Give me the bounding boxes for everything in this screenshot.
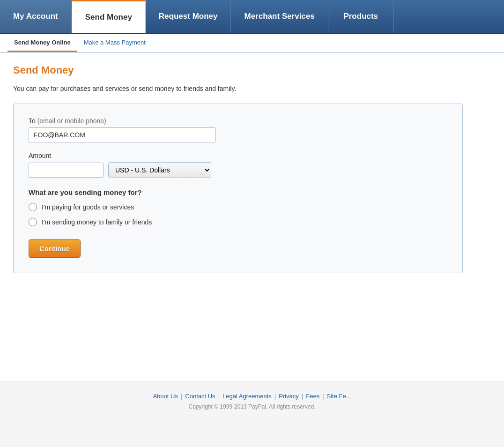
radio-family-friends-label: I'm sending money to family or friends — [42, 218, 152, 226]
tab-request-money[interactable]: Request Money — [146, 0, 231, 33]
footer-site-feedback[interactable]: Site Fe... — [324, 393, 354, 400]
radio-group: I'm paying for goods or services I'm sen… — [29, 203, 447, 226]
to-hint: (email or mobile phone) — [37, 117, 106, 125]
subnav-mass-payment[interactable]: Make a Mass Payment — [77, 34, 152, 52]
purpose-question: What are you sending money for? — [29, 188, 447, 196]
radio-goods-services[interactable]: I'm paying for goods or services — [29, 203, 447, 211]
top-nav: My Account Send Money Request Money Merc… — [0, 0, 504, 34]
tab-my-account[interactable]: My Account — [0, 0, 72, 33]
radio-family-friends[interactable]: I'm sending money to family or friends — [29, 218, 447, 226]
radio-goods-services-input[interactable] — [29, 203, 37, 211]
tab-products[interactable]: Products — [328, 0, 394, 33]
footer-links: About Us | Contact Us | Legal Agreements… — [0, 393, 504, 400]
to-input[interactable] — [29, 127, 216, 142]
sub-nav: Send Money Online Make a Mass Payment — [0, 34, 504, 53]
amount-row: USD - U.S. DollarsEUR - EuroGBP - Britis… — [29, 162, 447, 178]
amount-input[interactable] — [29, 163, 104, 178]
tab-merchant-services[interactable]: Merchant Services — [231, 0, 328, 33]
to-field-group: To (email or mobile phone) — [29, 117, 447, 152]
to-label: To (email or mobile phone) — [29, 117, 447, 125]
continue-button[interactable]: Continue — [29, 239, 81, 258]
main-content: Send Money You can pay for purchases and… — [0, 53, 504, 381]
currency-select[interactable]: USD - U.S. DollarsEUR - EuroGBP - Britis… — [108, 162, 211, 178]
footer-legal-agreements[interactable]: Legal Agreements — [220, 393, 274, 400]
footer-fees[interactable]: Fees — [303, 393, 322, 400]
footer-contact-us[interactable]: Contact Us — [182, 393, 218, 400]
footer-about-us[interactable]: About Us — [150, 393, 180, 400]
footer-privacy[interactable]: Privacy — [276, 393, 302, 400]
subnav-send-money-online[interactable]: Send Money Online — [7, 34, 77, 52]
send-money-form-panel: To (email or mobile phone) Amount USD - … — [13, 104, 463, 273]
amount-label: Amount — [29, 152, 447, 159]
radio-goods-services-label: I'm paying for goods or services — [42, 203, 134, 211]
footer-copyright: Copyright © 1999-2013 PayPal. All rights… — [0, 403, 504, 410]
amount-field-group: Amount USD - U.S. DollarsEUR - EuroGBP -… — [29, 152, 447, 178]
page-title: Send Money — [13, 64, 491, 76]
footer: About Us | Contact Us | Legal Agreements… — [0, 381, 504, 416]
tab-send-money[interactable]: Send Money — [72, 0, 146, 33]
radio-family-friends-input[interactable] — [29, 218, 37, 226]
page-description: You can pay for purchases and services o… — [13, 85, 491, 92]
